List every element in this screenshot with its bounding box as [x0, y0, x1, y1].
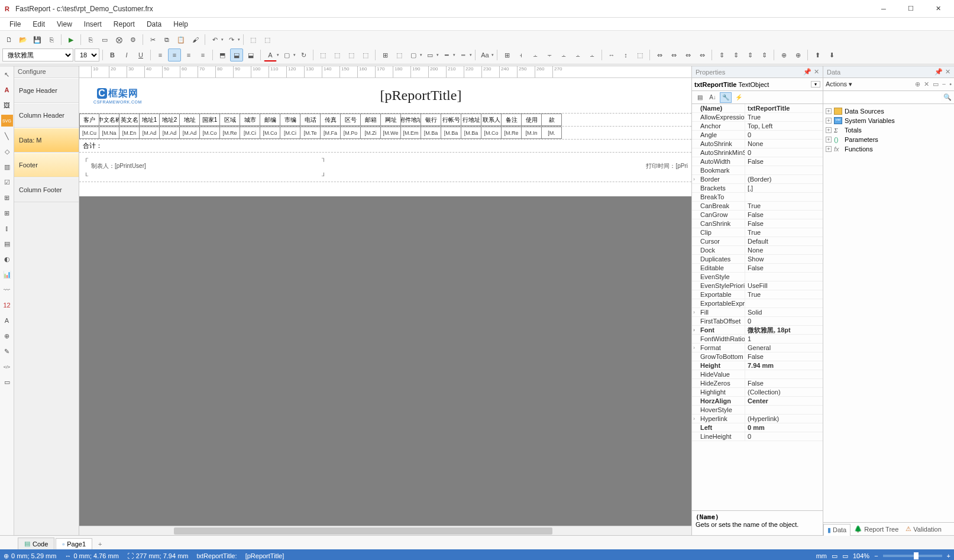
col-header-cell[interactable]: 附件地址	[401, 114, 421, 126]
preview-button[interactable]: ▶	[64, 33, 77, 46]
categorized-icon[interactable]: ▤	[694, 92, 706, 103]
data-cell[interactable]: [M.Ba	[461, 127, 481, 139]
property-row[interactable]: AllowExpressionsTrue	[692, 113, 823, 122]
data-cell[interactable]: [M.Ci	[240, 127, 260, 139]
border-top-button[interactable]: ⬚	[316, 48, 329, 61]
center-h-button[interactable]: ⊕	[777, 48, 790, 61]
close-button[interactable]: ✕	[924, 0, 952, 18]
data-cell[interactable]: [M.Cu	[79, 127, 99, 139]
property-row[interactable]: Height7.94 mm	[692, 361, 823, 370]
new-button[interactable]: 🗋	[2, 33, 15, 46]
border-none-button[interactable]: ⬚	[393, 48, 406, 61]
border-bottom-button[interactable]: ⬚	[331, 48, 344, 61]
zoom-out-button[interactable]: −	[874, 552, 878, 559]
close-panel-icon[interactable]: ✕	[814, 68, 819, 76]
delete-icon[interactable]: ✕	[924, 80, 929, 88]
data-cell[interactable]: [M.Po	[341, 127, 361, 139]
data-cell[interactable]: [M.Ci	[280, 127, 300, 139]
column-footer-band[interactable]: 制表人：[pPrintUser] 打印时间：[pPri ┌ └ ┐ ┘	[79, 153, 691, 182]
inc-v-button[interactable]: ⇕	[729, 48, 742, 61]
same-height-button[interactable]: ↕	[619, 48, 632, 61]
col-header-cell[interactable]: 地址1	[140, 114, 160, 126]
tool-simple-gauge[interactable]: ◐	[1, 253, 13, 265]
property-row[interactable]: FirstTabOffset0	[692, 317, 823, 326]
report-page[interactable]: C框架网 CSFRAMEWORK.COM [pReportTitle] 客户中文…	[79, 78, 691, 196]
tree-node[interactable]: +Data Sources	[826, 106, 952, 116]
property-row[interactable]: Border(Border)	[692, 175, 823, 184]
border-left-button[interactable]: ⬚	[345, 48, 358, 61]
properties-tab-icon[interactable]: 🔧	[720, 92, 732, 103]
col-header-cell[interactable]: 电话	[300, 114, 321, 126]
format-painter-button[interactable]: 🖌	[189, 33, 202, 46]
units-cm-icon[interactable]: ▭	[832, 552, 837, 560]
object-selector[interactable]: txtReportTitle TextObject ▾	[692, 78, 823, 91]
tool-svg[interactable]: SVG	[1, 115, 13, 127]
search-icon[interactable]: 🔍	[941, 93, 954, 101]
data-cell[interactable]: [M.Re	[220, 127, 240, 139]
col-header-cell[interactable]: 款	[542, 114, 562, 126]
align-center-button[interactable]: ≡	[168, 48, 181, 61]
dec-v-button[interactable]: ⇕	[743, 48, 756, 61]
minimize-button[interactable]: ─	[870, 0, 897, 18]
property-row[interactable]: ExportableTrue	[692, 290, 823, 299]
property-row[interactable]: (Name)txtReportTitle	[692, 104, 823, 113]
menu-help[interactable]: Help	[167, 19, 194, 30]
property-row[interactable]: Hyperlink(Hyperlink)	[692, 415, 823, 423]
fill-color-button[interactable]: ▢	[407, 48, 420, 61]
menu-report[interactable]: Report	[108, 19, 141, 30]
property-row[interactable]: Brackets[,]	[692, 184, 823, 193]
tool-barcode[interactable]: ▥	[1, 161, 13, 173]
tool-select[interactable]: ↖	[1, 69, 13, 80]
col-header-cell[interactable]: 网址	[381, 114, 401, 126]
tool-digital[interactable]: 12	[1, 299, 13, 311]
tool-line[interactable]: ╲	[1, 130, 13, 142]
data-cell[interactable]: [M.Fa	[321, 127, 341, 139]
property-row[interactable]: DockNone	[692, 246, 823, 255]
send-back-button[interactable]: ⬇	[825, 48, 838, 61]
property-row[interactable]: CursorDefault	[692, 237, 823, 246]
page-header-band[interactable]: C框架网 CSFRAMEWORK.COM [pReportTitle]	[79, 78, 691, 114]
align-bottoms-button[interactable]: ⫠	[586, 48, 599, 61]
property-row[interactable]: CanGrowFalse	[692, 211, 823, 219]
menu-insert[interactable]: Insert	[78, 19, 108, 30]
band-data[interactable]: Data: M	[14, 128, 79, 153]
col-header-cell[interactable]: 中文名称	[99, 114, 119, 126]
print-time-text[interactable]: 打印时间：[pPri	[646, 162, 688, 170]
property-row[interactable]: HideZerosFalse	[692, 379, 823, 388]
tree-node[interactable]: +varSystem Variables	[826, 116, 952, 125]
property-row[interactable]: CanShrinkFalse	[692, 219, 823, 228]
band-column-header[interactable]: Column Header	[14, 103, 79, 128]
data-cell[interactable]: [M.Ba	[421, 127, 441, 139]
data-cell[interactable]: [M.Zi	[361, 127, 381, 139]
close-panel-icon[interactable]: ✕	[945, 68, 950, 76]
group-button[interactable]: ⬚	[247, 33, 260, 46]
pin-icon[interactable]: 📌	[803, 68, 811, 76]
column-header-band[interactable]: 客户中文名称英文名地址1地址2地址国家1区域城市邮编市编电话传真区号邮箱网址附件…	[79, 114, 691, 127]
menu-file[interactable]: File	[4, 19, 27, 30]
property-row[interactable]: AutoShrinkMinSiz0	[692, 148, 823, 157]
underline-button[interactable]: U	[134, 48, 147, 61]
property-row[interactable]: EvenStylePrioritUseFill	[692, 281, 823, 290]
cut-button[interactable]: ✂	[146, 33, 159, 46]
horizontal-scrollbar[interactable]	[79, 526, 691, 535]
property-row[interactable]: FontWidthRatio1	[692, 335, 823, 344]
zoom-in-button[interactable]: +	[947, 552, 950, 559]
units-mm-icon[interactable]: mm	[816, 552, 827, 559]
col-header-cell[interactable]: 联系人	[481, 114, 502, 126]
undo-button[interactable]: ↶	[208, 33, 221, 46]
align-right-button[interactable]: ≡	[182, 48, 195, 61]
copy-button[interactable]: ⧉	[160, 33, 173, 46]
align-justify-button[interactable]: ≡	[196, 48, 209, 61]
new-datasource-icon[interactable]: ⊕	[915, 80, 920, 88]
border-right-button[interactable]: ⬚	[359, 48, 372, 61]
configure-bands-button[interactable]: Configure	[14, 66, 79, 78]
property-row[interactable]: AutoShrinkNone	[692, 140, 823, 148]
col-header-cell[interactable]: 行地址	[461, 114, 481, 126]
redo-button[interactable]: ↷	[225, 33, 238, 46]
tool-shape[interactable]: ◇	[1, 145, 13, 157]
align-lefts-button[interactable]: ⫞	[515, 48, 528, 61]
alphabetical-icon[interactable]: A↓	[707, 92, 719, 103]
units-in-icon[interactable]: ▭	[842, 552, 848, 560]
dec-h-button[interactable]: ⇔	[681, 48, 694, 61]
data-cell[interactable]: [M.Ba	[441, 127, 461, 139]
